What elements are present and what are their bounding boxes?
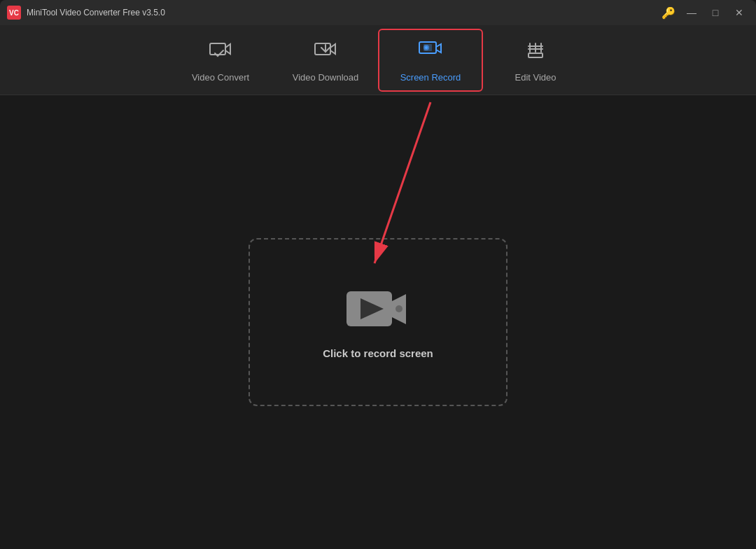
tab-video-convert-label: Video Convert xyxy=(192,72,249,83)
record-area[interactable]: Click to record screen xyxy=(248,238,507,406)
video-convert-icon xyxy=(208,38,233,67)
key-icon[interactable]: 🔑 xyxy=(662,6,675,19)
close-button[interactable]: ✕ xyxy=(729,6,749,20)
svg-point-12 xyxy=(396,305,402,312)
app-window: VC MiniTool Video Converter Free v3.5.0 … xyxy=(0,0,756,549)
camera-record-icon xyxy=(343,286,413,335)
tab-screen-record[interactable]: Screen Record xyxy=(378,29,483,92)
app-logo: VC xyxy=(7,6,21,20)
app-title: MiniTool Video Converter Free v3.5.0 xyxy=(27,8,662,18)
svg-rect-7 xyxy=(528,53,542,57)
svg-rect-0 xyxy=(210,43,225,55)
record-label: Click to record screen xyxy=(323,347,433,359)
nav-bar: Video Convert Video Download xyxy=(0,25,756,95)
tab-edit-video[interactable]: Edit Video xyxy=(483,29,588,92)
minimize-button[interactable]: — xyxy=(682,6,701,20)
tab-video-download[interactable]: Video Download xyxy=(273,29,378,92)
edit-video-icon xyxy=(523,38,548,67)
svg-point-6 xyxy=(425,46,428,49)
title-bar: VC MiniTool Video Converter Free v3.5.0 … xyxy=(0,0,756,25)
tab-screen-record-label: Screen Record xyxy=(400,72,461,83)
screen-record-icon xyxy=(418,38,443,67)
window-controls: — □ ✕ xyxy=(682,6,749,20)
maximize-button[interactable]: □ xyxy=(706,6,725,20)
main-content: Click to record screen xyxy=(0,95,756,549)
tab-video-download-label: Video Download xyxy=(293,72,358,83)
record-icon-container xyxy=(343,286,413,335)
tab-video-convert[interactable]: Video Convert xyxy=(168,29,273,92)
tab-edit-video-label: Edit Video xyxy=(514,72,556,83)
video-download-icon xyxy=(313,38,338,67)
